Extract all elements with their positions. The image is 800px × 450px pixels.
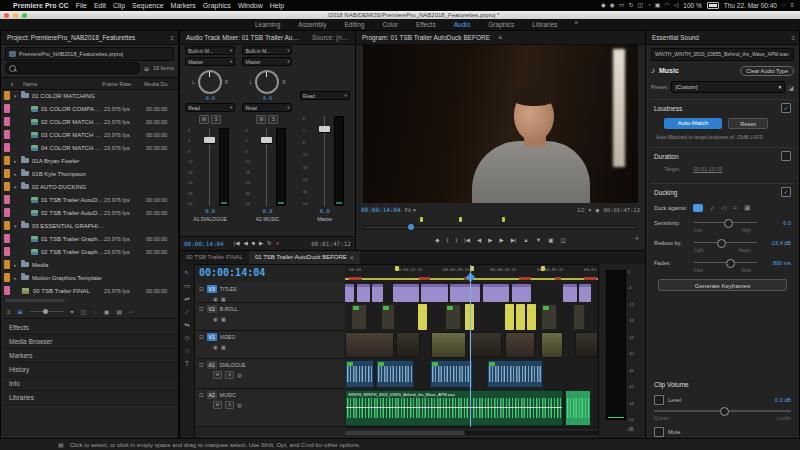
label-chip[interactable] (4, 273, 10, 282)
display-icon[interactable]: ▭ (619, 0, 625, 11)
sequence-marker[interactable] (420, 217, 423, 222)
clip[interactable] (418, 304, 427, 330)
project-row[interactable]: 02 TSB Trailer Graphics23,976 fps00:00:0… (1, 245, 178, 258)
project-row[interactable]: ▸01A Bryan Fowler (1, 154, 178, 167)
clip[interactable] (372, 284, 383, 302)
sensitivity-slider[interactable] (694, 219, 757, 227)
zoom-level-select[interactable]: Fit▾ (405, 207, 416, 213)
go-to-out-button[interactable]: ▶| (511, 234, 517, 247)
label-chip[interactable] (4, 156, 10, 165)
play-button[interactable]: ▶ (488, 234, 492, 247)
slider-knob[interactable] (720, 407, 729, 416)
button-editor-plus-icon[interactable]: + (635, 235, 639, 242)
extract-button[interactable]: ▼ (536, 234, 541, 247)
toggle-track-output-icon[interactable]: ◉ (213, 344, 218, 350)
project-row[interactable]: ▸01B Kyle Thompson (1, 167, 178, 180)
automation-mode-select[interactable]: Read▾ (242, 103, 292, 112)
clip[interactable] (381, 304, 395, 330)
wifi-icon[interactable]: ◠ (664, 0, 669, 11)
lock-icon[interactable]: ⊡ (199, 306, 204, 312)
loop-button[interactable]: ↻ (267, 237, 272, 250)
lock-icon[interactable]: ⊡ (199, 334, 204, 340)
mute-button[interactable]: M (256, 115, 266, 124)
audio-track-mixer-tab[interactable]: Audio Track Mixer: 01 TSB Trailer AutoDu… (180, 31, 306, 44)
program-monitor-tab[interactable]: Program: 01 TSB Trailer AutoDuck BEFORE (356, 31, 496, 44)
timeline-ruler[interactable]: 00:0000:00:14:2300:00:29:2300:00:44:2200… (345, 265, 598, 284)
sequence-tab[interactable]: 00 TSB Trailer FINAL (180, 251, 249, 264)
sequence-marker[interactable] (459, 217, 462, 222)
automation-mode-select[interactable]: Read▾ (185, 103, 235, 112)
track-target-v3[interactable]: V3 (207, 285, 217, 293)
program-video-frame[interactable] (363, 45, 638, 203)
horizontal-scrollbar[interactable] (5, 299, 65, 302)
step-forward-button[interactable]: ▶ (499, 234, 503, 247)
volume-rubber-band[interactable] (346, 407, 562, 408)
mixer-current-timecode[interactable]: 00:00:14:04 (184, 240, 224, 247)
clip[interactable] (357, 284, 370, 302)
duck-against-music-icon[interactable]: ♪ (710, 203, 714, 213)
clip[interactable] (345, 360, 374, 388)
track-select-tool[interactable]: ▭ (184, 282, 190, 290)
timeline-current-timecode[interactable]: 00:00:14:04 (199, 267, 265, 278)
volume-icon[interactable]: ◁ (674, 0, 679, 11)
project-panel-tab[interactable]: Project: PremierePro_NAB2018_Featurettes (1, 31, 141, 44)
playhead-line[interactable] (470, 265, 471, 427)
duck-against-clips-icon[interactable]: ▣ (744, 203, 751, 213)
add-marker-button[interactable]: ◆ (435, 234, 439, 247)
menu-graphics[interactable]: Graphics (203, 0, 231, 11)
new-item-icon[interactable]: ▤ (116, 308, 122, 315)
lock-icon[interactable]: ⊡ (199, 286, 204, 292)
collapse-icon[interactable]: ▾ (14, 93, 21, 99)
zoom-slider[interactable] (30, 311, 64, 312)
project-row[interactable]: 01 TSB Trailer Graphics23,976 fps00:00:0… (1, 232, 178, 245)
workspace-tab-assembly[interactable]: Assembly (289, 19, 335, 31)
menu-edit[interactable]: Edit (94, 0, 106, 11)
project-row[interactable]: 03 COLOR MATCH Rg to23,976 fps00:00:00 (1, 128, 178, 141)
clip[interactable]: WINTH_WINTH_3503_03855_Behind_the_Wave_A… (345, 390, 563, 426)
volume-fader[interactable]: 6061218243654 (240, 126, 294, 208)
minimize-window-button[interactable] (13, 13, 18, 18)
track-solo-button[interactable]: S (225, 371, 234, 379)
duck-against-ambience-icon[interactable]: ≈ (733, 203, 737, 213)
clear-audio-type-button[interactable]: Clear Audio Type (740, 66, 794, 76)
collapse-icon[interactable]: ▾ (14, 184, 21, 190)
fades-slider[interactable] (694, 259, 757, 267)
reduce-by-value[interactable]: -13.4 dB (761, 240, 791, 246)
step-back-button[interactable]: ◀ (477, 234, 481, 247)
clip[interactable] (505, 332, 535, 358)
clip[interactable] (376, 360, 414, 388)
label-chip[interactable] (4, 221, 10, 230)
label-chip[interactable] (4, 91, 10, 100)
export-frame-button[interactable]: ▣ (548, 234, 553, 247)
close-icon[interactable]: × (350, 251, 354, 264)
timer-icon[interactable]: ◔ (647, 0, 651, 11)
clip[interactable] (431, 332, 466, 358)
step-back-button[interactable]: ◀ (243, 237, 247, 250)
clip[interactable] (563, 284, 577, 302)
label-chip[interactable] (4, 182, 10, 191)
workspace-tab-audio[interactable]: Audio (445, 19, 480, 31)
label-chip[interactable] (4, 143, 10, 152)
project-row[interactable]: 01 TSB Trailer AutoDuck23,976 fps00:00:0… (1, 193, 178, 206)
workspace-tab-libraries[interactable]: Libraries (523, 19, 566, 31)
clip[interactable] (565, 390, 591, 426)
pan-knob[interactable] (198, 70, 222, 94)
sort-direction-icon[interactable]: ∧ (1, 81, 23, 87)
fades-value[interactable]: 800 ms (761, 260, 791, 266)
label-chip[interactable] (4, 104, 10, 113)
project-row[interactable]: ▾01 COLOR MATCHING (1, 89, 178, 102)
expand-icon[interactable]: ▸ (14, 171, 21, 177)
menu-file[interactable]: File (76, 0, 87, 11)
label-chip[interactable] (4, 234, 10, 243)
panel-menu-icon[interactable]: ≡ (791, 35, 795, 41)
automation-mode-select[interactable]: Read▾ (300, 91, 350, 100)
expand-icon[interactable]: ▸ (14, 275, 21, 281)
pen-tool[interactable]: ◇ (185, 334, 190, 342)
clip[interactable] (345, 332, 394, 358)
input-select[interactable]: Built-in M...▾ (242, 46, 292, 55)
label-chip[interactable] (4, 130, 10, 139)
essential-sound-tab[interactable]: Essential Sound (646, 31, 705, 44)
clip[interactable] (541, 304, 557, 330)
level-value[interactable]: 0.0 dB (775, 397, 791, 403)
track-target-a1[interactable]: A1 (207, 361, 217, 369)
